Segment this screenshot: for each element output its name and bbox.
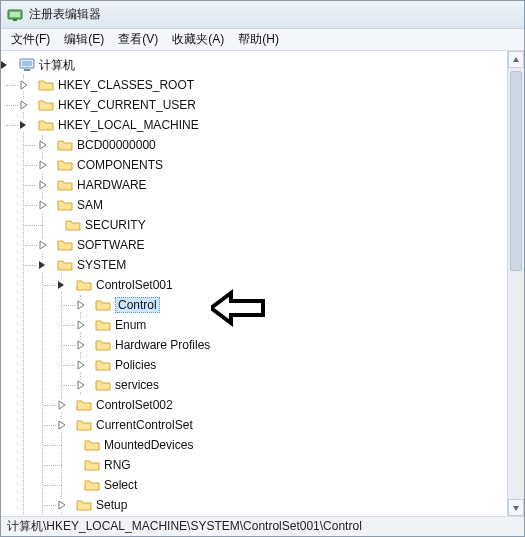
folder-icon <box>65 217 81 233</box>
expander-expand-icon[interactable] <box>37 199 49 211</box>
node-mounteddevices[interactable]: MountedDevices <box>62 435 507 455</box>
folder-icon <box>95 317 111 333</box>
expander-expand-icon[interactable] <box>56 499 68 511</box>
svg-marker-18 <box>78 321 84 329</box>
node-controlset001[interactable]: ControlSet001 <box>62 275 507 295</box>
expander-expand-icon[interactable] <box>37 239 49 251</box>
folder-icon <box>95 377 111 393</box>
folder-icon <box>57 197 73 213</box>
menu-view[interactable]: 查看(V) <box>118 31 158 48</box>
menu-file[interactable]: 文件(F) <box>11 31 50 48</box>
folder-icon <box>84 457 100 473</box>
scroll-thumb[interactable] <box>510 71 522 271</box>
tree-panel[interactable]: 计算机 HKEY_CLASSES_ROOT HKEY_CURRENT_USER … <box>1 51 507 516</box>
svg-rect-1 <box>10 12 20 17</box>
folder-icon <box>84 477 100 493</box>
expander-collapse-icon[interactable] <box>37 259 49 271</box>
svg-marker-24 <box>59 501 65 509</box>
node-components[interactable]: COMPONENTS <box>43 155 507 175</box>
expander-expand-icon[interactable] <box>75 359 87 371</box>
svg-marker-3 <box>1 61 7 69</box>
svg-marker-12 <box>40 181 46 189</box>
expander-expand-icon[interactable] <box>37 159 49 171</box>
tree-label-selected: Control <box>115 297 160 313</box>
folder-icon <box>76 277 92 293</box>
node-software[interactable]: SOFTWARE <box>43 235 507 255</box>
node-currentcontrolset[interactable]: CurrentControlSet <box>62 415 507 435</box>
expander-expand-icon[interactable] <box>56 399 68 411</box>
node-select[interactable]: Select <box>62 475 507 495</box>
menu-edit[interactable]: 编辑(E) <box>64 31 104 48</box>
scroll-up-icon[interactable] <box>508 51 524 68</box>
folder-icon <box>95 297 111 313</box>
node-hardware[interactable]: HARDWARE <box>43 175 507 195</box>
node-policies[interactable]: Policies <box>81 355 507 375</box>
node-system[interactable]: SYSTEM <box>43 255 507 275</box>
folder-icon <box>95 357 111 373</box>
node-hardware-profiles[interactable]: Hardware Profiles <box>81 335 507 355</box>
node-rng[interactable]: RNG <box>62 455 507 475</box>
menu-favorites[interactable]: 收藏夹(A) <box>172 31 224 48</box>
node-controlset002[interactable]: ControlSet002 <box>62 395 507 415</box>
svg-marker-27 <box>513 506 519 511</box>
expander-collapse-icon[interactable] <box>1 59 11 71</box>
node-enum[interactable]: Enum <box>81 315 507 335</box>
expander-expand-icon[interactable] <box>75 299 87 311</box>
expander-expand-icon[interactable] <box>18 99 30 111</box>
tree-label: HKEY_CLASSES_ROOT <box>58 78 194 92</box>
node-services[interactable]: services <box>81 375 507 395</box>
node-sam[interactable]: SAM <box>43 195 507 215</box>
expander-expand-icon[interactable] <box>75 379 87 391</box>
tree-label: COMPONENTS <box>77 158 163 172</box>
tree-label: Policies <box>115 358 156 372</box>
expander-collapse-icon[interactable] <box>18 119 30 131</box>
menubar: 文件(F) 编辑(E) 查看(V) 收藏夹(A) 帮助(H) <box>1 29 524 51</box>
tree-label: SYSTEM <box>77 258 126 272</box>
scroll-down-icon[interactable] <box>508 499 524 516</box>
tree-label: MountedDevices <box>104 438 193 452</box>
tree-label: SOFTWARE <box>77 238 145 252</box>
tree-label: Enum <box>115 318 146 332</box>
vertical-scrollbar[interactable] <box>507 51 524 516</box>
tree-label: HKEY_LOCAL_MACHINE <box>58 118 199 132</box>
folder-icon <box>76 417 92 433</box>
menu-help[interactable]: 帮助(H) <box>238 31 279 48</box>
svg-marker-16 <box>58 281 64 289</box>
expander-expand-icon[interactable] <box>37 179 49 191</box>
node-security[interactable]: SECURITY <box>43 215 507 235</box>
node-hklm[interactable]: HKEY_LOCAL_MACHINE <box>24 115 507 135</box>
node-hkcr[interactable]: HKEY_CLASSES_ROOT <box>24 75 507 95</box>
svg-marker-13 <box>40 201 46 209</box>
tree-label: Setup <box>96 498 127 512</box>
titlebar: 注册表编辑器 <box>1 1 524 29</box>
tree-root-computer[interactable]: 计算机 <box>5 55 507 75</box>
tree-label: ControlSet001 <box>96 278 173 292</box>
expander-expand-icon[interactable] <box>56 419 68 431</box>
expander-expand-icon[interactable] <box>75 339 87 351</box>
app-icon <box>7 7 23 23</box>
node-setup[interactable]: Setup <box>62 495 507 515</box>
svg-marker-19 <box>78 341 84 349</box>
svg-marker-7 <box>21 81 27 89</box>
expander-collapse-icon[interactable] <box>56 279 68 291</box>
expander-expand-icon[interactable] <box>37 139 49 151</box>
expander-expand-icon[interactable] <box>75 319 87 331</box>
tree-label: Hardware Profiles <box>115 338 210 352</box>
node-control[interactable]: Control <box>81 295 507 315</box>
statusbar: 计算机\HKEY_LOCAL_MACHINE\SYSTEM\ControlSet… <box>1 516 524 536</box>
svg-rect-5 <box>22 61 32 66</box>
folder-icon <box>38 117 54 133</box>
svg-marker-9 <box>20 121 26 129</box>
svg-marker-15 <box>39 261 45 269</box>
folder-icon <box>57 157 73 173</box>
tree-label: SAM <box>77 198 103 212</box>
tree-label: ControlSet002 <box>96 398 173 412</box>
folder-icon <box>57 137 73 153</box>
node-bcd[interactable]: BCD00000000 <box>43 135 507 155</box>
svg-marker-17 <box>78 301 84 309</box>
folder-icon <box>57 237 73 253</box>
svg-rect-2 <box>13 19 17 21</box>
expander-expand-icon[interactable] <box>18 79 30 91</box>
node-hkcu[interactable]: HKEY_CURRENT_USER <box>24 95 507 115</box>
tree-label: 计算机 <box>39 57 75 74</box>
